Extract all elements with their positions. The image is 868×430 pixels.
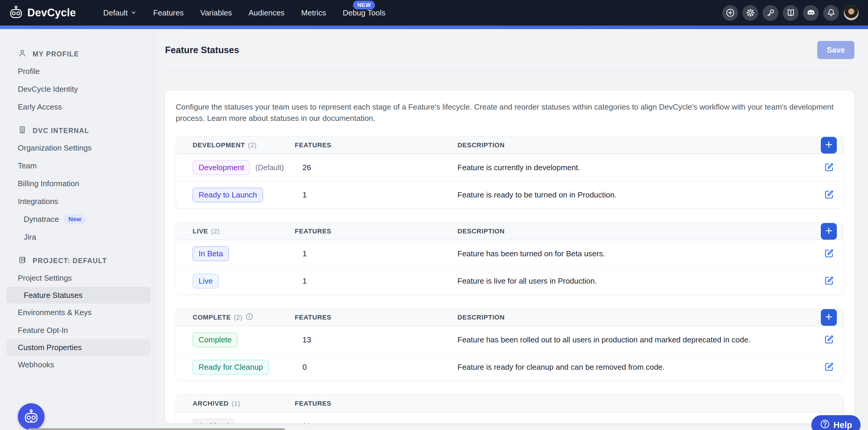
sidebar-section-dvc-internal: DVC INTERNAL: [0, 122, 157, 139]
settings-button[interactable]: [742, 5, 758, 21]
status-row: Complete 13 Feature has been rolled out …: [176, 326, 843, 354]
plus-icon: [825, 141, 833, 150]
nav-item-features[interactable]: Features: [145, 0, 192, 26]
info-icon[interactable]: [246, 313, 253, 322]
help-button[interactable]: Help: [811, 415, 861, 430]
plus-circle-icon: [725, 8, 735, 18]
sidebar-item-early-access[interactable]: Early Access: [0, 98, 157, 116]
add-status-button[interactable]: [821, 309, 837, 326]
status-badge: Complete: [193, 333, 238, 347]
edit-status-button[interactable]: [822, 332, 837, 348]
status-badge: Live: [193, 274, 219, 288]
sidebar-item-feature-statuses[interactable]: Feature Statuses: [6, 287, 151, 304]
feature-count: 1: [295, 190, 458, 199]
devcycle-robot-icon: [24, 409, 39, 425]
sidebar-item-feature-opt-in[interactable]: Feature Opt-In: [0, 321, 157, 339]
sidebar-item-custom-properties[interactable]: Custom Properties: [6, 339, 151, 356]
status-badge: Ready for Cleanup: [193, 360, 269, 374]
devcycle-logo[interactable]: DevCycle: [9, 5, 76, 21]
new-badge: NEW: [353, 1, 375, 9]
section-title: LIVE(2): [193, 227, 295, 235]
sidebar-item-integrations[interactable]: Integrations: [0, 192, 157, 210]
edit-status-button[interactable]: [822, 273, 837, 289]
sidebar-item-dynatrace[interactable]: Dynatrace New: [0, 210, 157, 228]
top-navbar: DevCycle Default Features Variables Audi…: [0, 0, 868, 26]
edit-pencil-icon: [823, 275, 835, 287]
create-button[interactable]: [722, 5, 738, 21]
edit-pencil-icon: [823, 161, 835, 174]
edit-pencil-icon: [823, 361, 835, 374]
description-column-header: DESCRIPTION: [458, 227, 801, 235]
feature-count: 13: [295, 335, 458, 344]
chevron-down-icon: [131, 8, 136, 18]
nav-item-variables[interactable]: Variables: [192, 0, 240, 26]
sidebar-item-project-settings[interactable]: Project Settings: [0, 269, 157, 287]
avatar[interactable]: [843, 5, 859, 21]
nav-item-debug-tools[interactable]: NEW Debug Tools: [334, 0, 394, 26]
edit-status-button[interactable]: [822, 187, 837, 203]
main-content: Feature Statuses Save Configure the stat…: [157, 29, 868, 430]
settings-sidebar: MY PROFILE Profile DevCycle Identity Ear…: [0, 29, 157, 430]
status-description: Feature is ready to be turned on in Prod…: [458, 190, 801, 199]
status-description: Feature has been turned on for Beta user…: [458, 249, 801, 258]
status-badge: Archived: [193, 419, 235, 424]
features-column-header: FEATURES: [295, 400, 458, 407]
feature-statuses-card: Configure the statuses your team uses to…: [165, 91, 854, 424]
features-column-header: FEATURES: [295, 227, 458, 235]
edit-status-button[interactable]: [822, 159, 837, 176]
sidebar-item-environments-keys[interactable]: Environments & Keys: [0, 304, 157, 321]
discord-button[interactable]: [803, 5, 819, 21]
building-icon: [18, 125, 27, 136]
add-status-button[interactable]: [821, 137, 837, 154]
sidebar-item-organization-settings[interactable]: Organization Settings: [0, 139, 157, 157]
edit-pencil-icon: [823, 247, 835, 260]
status-bar-edge: [28, 428, 285, 430]
status-section-development: DEVELOPMENT(2) FEATURES DESCRIPTION Deve…: [176, 136, 844, 209]
description-column-header: DESCRIPTION: [458, 314, 801, 321]
status-badge: In Beta: [193, 246, 229, 261]
status-section-live: LIVE(2) FEATURES DESCRIPTION In Beta 1 F…: [176, 222, 844, 295]
status-row: Archived 11: [176, 412, 843, 424]
description-column-header: DESCRIPTION: [458, 141, 801, 149]
status-description: Feature has been rolled out to all users…: [458, 335, 801, 344]
status-description: Feature is ready for cleanup and can be …: [458, 363, 801, 372]
status-section-archived: ARCHIVED(1) FEATURES Archived 11: [176, 395, 844, 424]
gear-icon: [746, 8, 755, 18]
features-column-header: FEATURES: [295, 141, 458, 149]
sidebar-item-webhooks[interactable]: Webhooks: [0, 356, 157, 374]
status-row: Live 1 Feature is live for all users in …: [176, 267, 843, 295]
question-circle-icon: [820, 419, 830, 430]
sidebar-item-team[interactable]: Team: [0, 157, 157, 175]
docs-book-icon: [786, 8, 796, 18]
section-title: ARCHIVED(1): [193, 400, 295, 407]
clipboard-icon: [18, 255, 27, 266]
add-status-button[interactable]: [821, 223, 837, 240]
sidebar-item-billing-information[interactable]: Billing Information: [0, 175, 157, 192]
discord-icon: [806, 8, 816, 18]
workspace-dropdown[interactable]: Default: [95, 0, 145, 26]
nav-menu: Default Features Variables Audiences Met…: [95, 0, 394, 26]
intro-text: Configure the statuses your team uses to…: [176, 101, 844, 124]
devcycle-assistant-button[interactable]: [18, 403, 44, 430]
sidebar-item-devcycle-identity[interactable]: DevCycle Identity: [0, 80, 157, 98]
status-row: Ready to Launch 1 Feature is ready to be…: [176, 181, 843, 209]
section-title: COMPLETE(2): [193, 313, 295, 322]
save-button[interactable]: Save: [817, 41, 854, 59]
edit-status-button[interactable]: [822, 359, 837, 375]
api-keys-button[interactable]: [763, 5, 778, 21]
default-suffix: (Default): [255, 163, 284, 172]
navbar-actions: [722, 5, 859, 21]
accent-strip: [0, 26, 868, 29]
nav-item-audiences[interactable]: Audiences: [240, 0, 293, 26]
edit-pencil-icon: [823, 189, 835, 201]
status-description: Feature is currently in development.: [458, 163, 801, 172]
edit-status-button[interactable]: [822, 246, 837, 262]
notifications-button[interactable]: [823, 5, 839, 21]
section-title: DEVELOPMENT(2): [193, 141, 295, 149]
sidebar-item-profile[interactable]: Profile: [0, 62, 157, 80]
plus-icon: [825, 313, 833, 322]
documentation-button[interactable]: [783, 5, 799, 21]
sidebar-item-jira[interactable]: Jira: [0, 228, 157, 246]
nav-item-metrics[interactable]: Metrics: [293, 0, 335, 26]
status-row: In Beta 1 Feature has been turned on for…: [176, 240, 843, 267]
